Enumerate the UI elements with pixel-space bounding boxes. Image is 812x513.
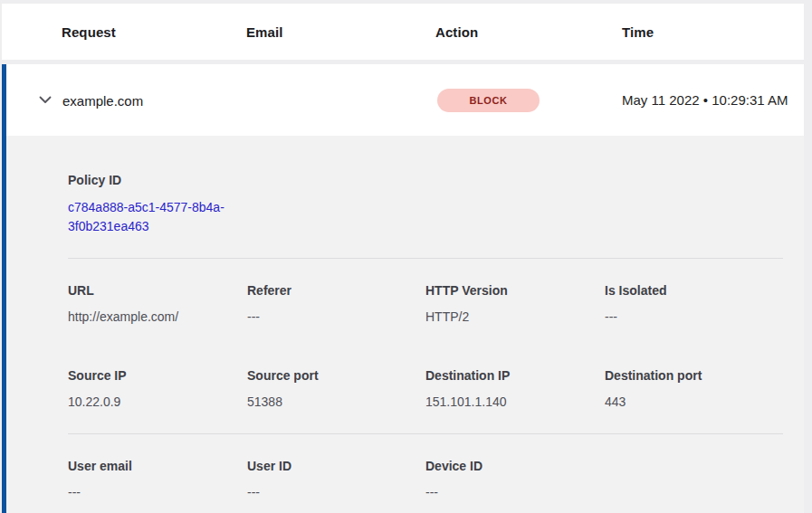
divider — [68, 258, 783, 259]
field-label: Referer — [247, 282, 425, 299]
field-label: URL — [68, 282, 247, 299]
field-label: User ID — [247, 458, 425, 474]
field-is-isolated: Is Isolated --- — [605, 282, 783, 325]
field-value: 10.22.0.9 — [68, 394, 247, 410]
field-value: 151.101.1.140 — [425, 394, 605, 410]
table-header: Request Email Action Time — [2, 4, 804, 60]
column-header-time: Time — [622, 24, 654, 40]
column-header-action: Action — [435, 24, 478, 40]
action-block-badge: BLOCK — [437, 89, 540, 112]
column-header-request: Request — [62, 24, 116, 40]
field-label: Destination IP — [425, 367, 605, 384]
field-label: Is Isolated — [605, 282, 783, 299]
request-log-page: Request Email Action Time example.com BL… — [0, 0, 812, 513]
field-value: 51388 — [247, 394, 425, 410]
field-source-port: Source port 51388 — [247, 367, 425, 410]
policy-id-label: Policy ID — [68, 136, 783, 188]
field-url: URL http://example.com/ — [68, 282, 247, 325]
field-label: Source IP — [68, 367, 247, 384]
field-value: --- — [605, 309, 783, 325]
field-value: 443 — [605, 394, 783, 410]
field-device-id: Device ID --- — [425, 458, 605, 500]
field-value: --- — [68, 484, 247, 500]
field-label: Device ID — [425, 458, 605, 474]
field-value: --- — [247, 309, 425, 325]
policy-id-link[interactable]: c784a888-a5c1-4577-8b4a-3f0b231ea463 — [68, 198, 249, 236]
field-destination-port: Destination port 443 — [605, 367, 783, 410]
field-label: Source port — [247, 367, 425, 384]
field-value: --- — [247, 484, 425, 500]
field-label: HTTP Version — [425, 282, 605, 299]
details-fields-row-1: URL http://example.com/ Referer --- HTTP… — [68, 282, 783, 325]
details-fields-row-2: Source IP 10.22.0.9 Source port 51388 De… — [68, 367, 783, 410]
field-user-id: User ID --- — [247, 458, 425, 500]
field-label: User email — [68, 458, 247, 474]
field-referer: Referer --- — [247, 282, 425, 325]
request-cell: example.com — [62, 92, 143, 108]
column-header-email: Email — [246, 24, 283, 40]
field-source-ip: Source IP 10.22.0.9 — [68, 367, 247, 410]
field-user-email: User email --- — [68, 458, 247, 500]
field-value: http://example.com/ — [68, 309, 247, 325]
field-http-version: HTTP Version HTTP/2 — [425, 282, 605, 325]
divider — [68, 433, 783, 434]
time-cell: May 11 2022 • 10:29:31 AM — [622, 90, 799, 111]
log-table-card: Request Email Action Time example.com BL… — [2, 4, 804, 513]
details-fields-row-3: User email --- User ID --- Device ID --- — [68, 458, 783, 500]
table-row[interactable]: example.com BLOCK May 11 2022 • 10:29:31… — [2, 64, 804, 136]
row-details-panel: Policy ID c784a888-a5c1-4577-8b4a-3f0b23… — [2, 136, 804, 513]
chevron-down-icon[interactable] — [38, 93, 53, 108]
field-value: --- — [425, 484, 605, 500]
field-label: Destination port — [605, 367, 783, 384]
field-destination-ip: Destination IP 151.101.1.140 — [425, 367, 605, 410]
field-value: HTTP/2 — [425, 309, 605, 325]
